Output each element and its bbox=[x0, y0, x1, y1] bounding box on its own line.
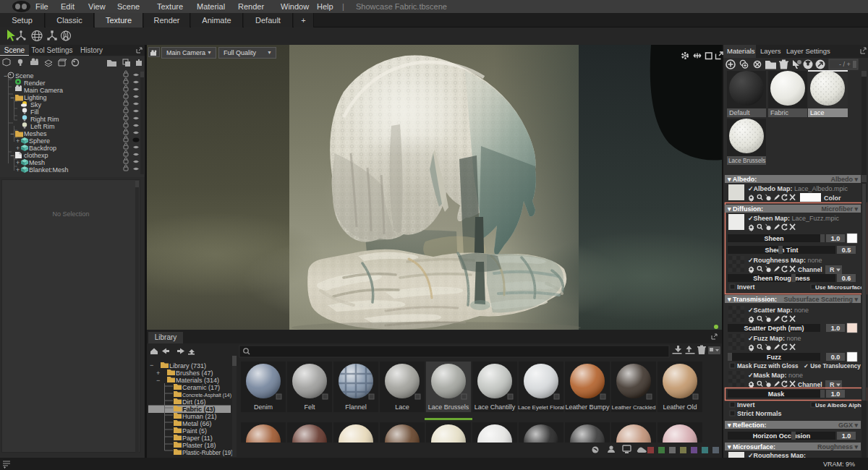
svg-text:Use Albedo Alpha: Use Albedo Alpha bbox=[815, 402, 864, 409]
svg-text:Render: Render bbox=[24, 80, 46, 87]
svg-text:Brushes (47): Brushes (47) bbox=[176, 369, 213, 377]
svg-text:Sheen Roughness: Sheen Roughness bbox=[753, 275, 810, 282]
svg-text:−: − bbox=[10, 152, 14, 159]
svg-text:Mask: Mask bbox=[768, 390, 786, 398]
svg-text:−: − bbox=[10, 94, 14, 101]
svg-text:Paint (5): Paint (5) bbox=[182, 427, 207, 435]
svg-text:- / +: - / + bbox=[839, 61, 851, 68]
svg-text:▾ Transmission:: ▾ Transmission: bbox=[727, 296, 777, 303]
svg-text:Sphere: Sphere bbox=[29, 137, 50, 145]
svg-text:Meshes: Meshes bbox=[24, 130, 47, 137]
svg-text:Subsurface Scattering ▾: Subsurface Scattering ▾ bbox=[783, 296, 858, 303]
svg-text:✓Scatter Map: none: ✓Scatter Map: none bbox=[748, 307, 809, 314]
svg-text:Leather Bumpy: Leather Bumpy bbox=[565, 403, 610, 411]
svg-text:Library (731): Library (731) bbox=[169, 362, 206, 369]
svg-text:Main Camera: Main Camera bbox=[24, 87, 63, 94]
svg-text:Lighting: Lighting bbox=[24, 94, 47, 101]
svg-text:Use Microsurface: Use Microsurface bbox=[815, 284, 864, 291]
svg-text:Microfiber ▾: Microfiber ▾ bbox=[821, 205, 858, 213]
svg-text:Channel: Channel bbox=[798, 266, 822, 273]
svg-text:Materials: Materials bbox=[727, 47, 755, 55]
svg-text:Scene: Scene bbox=[15, 72, 34, 80]
svg-text:✓ Use Translucency: ✓ Use Translucency bbox=[804, 363, 861, 369]
svg-text:Mask Fuzz with Gloss: Mask Fuzz with Gloss bbox=[737, 363, 799, 369]
svg-text:✓Albedo Map: Lace_Albedo.mpic: ✓Albedo Map: Lace_Albedo.mpic bbox=[748, 185, 848, 192]
svg-text:Felt: Felt bbox=[304, 403, 315, 411]
svg-text:1.0: 1.0 bbox=[831, 325, 841, 332]
svg-text:+: + bbox=[16, 137, 20, 145]
svg-text:▾ Albedo:: ▾ Albedo: bbox=[727, 176, 757, 183]
svg-text:Metal (66): Metal (66) bbox=[182, 420, 212, 427]
svg-text:R: R bbox=[830, 266, 835, 273]
svg-text:Backdrop: Backdrop bbox=[29, 145, 56, 152]
svg-text:Fill: Fill bbox=[30, 108, 39, 116]
svg-text:Mesh: Mesh bbox=[29, 159, 45, 166]
svg-text:R: R bbox=[830, 381, 835, 388]
svg-text:✓Roughness Map: none: ✓Roughness Map: none bbox=[748, 257, 822, 264]
svg-text:Left Rim: Left Rim bbox=[30, 123, 55, 130]
svg-text:+: + bbox=[16, 145, 20, 152]
svg-text:−: − bbox=[10, 130, 14, 137]
svg-text:Scatter Depth (mm): Scatter Depth (mm) bbox=[744, 325, 804, 332]
svg-text:0.6: 0.6 bbox=[842, 275, 851, 282]
svg-text:GGX ▾: GGX ▾ bbox=[838, 422, 859, 429]
svg-text:+: + bbox=[16, 166, 20, 174]
svg-text:▾ Reflection:: ▾ Reflection: bbox=[727, 422, 767, 429]
svg-text:Albedo ▾: Albedo ▾ bbox=[830, 176, 858, 183]
svg-text:✓Roughness Map:: ✓Roughness Map: bbox=[748, 452, 806, 458]
svg-text:Invert: Invert bbox=[737, 283, 755, 291]
svg-text:Dirt (16): Dirt (16) bbox=[182, 398, 206, 406]
svg-text:Fabric (43): Fabric (43) bbox=[182, 406, 216, 413]
svg-text:▾ Microsurface:: ▾ Microsurface: bbox=[727, 443, 775, 450]
svg-text:1.0: 1.0 bbox=[831, 235, 841, 242]
svg-text:−: − bbox=[4, 72, 7, 80]
svg-text:Plaster (18): Plaster (18) bbox=[182, 442, 216, 449]
svg-text:Ceramic (17): Ceramic (17) bbox=[182, 384, 220, 391]
svg-text:Materials (314): Materials (314) bbox=[176, 377, 219, 384]
svg-text:Lace Brussels: Lace Brussels bbox=[728, 158, 765, 164]
svg-text:Channel: Channel bbox=[798, 381, 822, 388]
svg-text:+: + bbox=[16, 159, 20, 166]
svg-text:Roughness ▾: Roughness ▾ bbox=[817, 443, 859, 450]
svg-text:Fuzz: Fuzz bbox=[767, 354, 781, 361]
svg-text:✓Sheen Map: Lace_Fuzz.mpic: ✓Sheen Map: Lace_Fuzz.mpic bbox=[748, 215, 840, 222]
svg-text:Flannel: Flannel bbox=[345, 403, 367, 411]
svg-text:−: − bbox=[150, 362, 153, 369]
svg-text:Right Rim: Right Rim bbox=[30, 116, 59, 123]
svg-text:Lace Chantilly: Lace Chantilly bbox=[475, 403, 516, 411]
svg-text:Sky: Sky bbox=[30, 101, 42, 108]
svg-text:▾ Diffusion:: ▾ Diffusion: bbox=[727, 205, 763, 213]
svg-text:Default: Default bbox=[729, 109, 750, 116]
svg-text:Blanket:Mesh: Blanket:Mesh bbox=[29, 166, 69, 174]
svg-text:−: − bbox=[156, 377, 160, 384]
svg-text:clothexp: clothexp bbox=[24, 152, 48, 159]
svg-text:Invert: Invert bbox=[737, 401, 755, 409]
svg-text:Layers: Layers bbox=[760, 47, 781, 55]
svg-text:Leather Old: Leather Old bbox=[663, 403, 697, 411]
svg-text:Plastic-Rubber (19): Plastic-Rubber (19) bbox=[182, 449, 233, 456]
svg-text:Lace Brussels: Lace Brussels bbox=[428, 403, 469, 411]
svg-text:Concrete-Asphalt (14): Concrete-Asphalt (14) bbox=[182, 392, 231, 398]
svg-text:Horizon Occlusion: Horizon Occlusion bbox=[753, 432, 811, 440]
svg-text:✓Mask Map: none: ✓Mask Map: none bbox=[748, 372, 803, 379]
svg-text:Sheen: Sheen bbox=[764, 235, 783, 242]
svg-text:+: + bbox=[156, 369, 160, 377]
svg-text:Lace: Lace bbox=[810, 109, 825, 116]
svg-text:✓Fuzz Map: none: ✓Fuzz Map: none bbox=[748, 335, 801, 342]
svg-text:Layer Settings: Layer Settings bbox=[786, 47, 830, 55]
svg-text:Color: Color bbox=[824, 195, 841, 202]
svg-text:0.5: 0.5 bbox=[842, 247, 851, 254]
svg-text:1.0: 1.0 bbox=[831, 390, 841, 398]
svg-text:Human (21): Human (21) bbox=[182, 413, 217, 420]
svg-text:Paper (11): Paper (11) bbox=[182, 435, 213, 442]
svg-text:Lace: Lace bbox=[395, 403, 409, 411]
svg-text:Denim: Denim bbox=[254, 403, 273, 411]
svg-text:Strict Normals: Strict Normals bbox=[737, 410, 782, 417]
svg-text:1.0: 1.0 bbox=[842, 432, 851, 440]
svg-text:Lace Eyelet Floral: Lace Eyelet Floral bbox=[518, 404, 564, 411]
svg-text:0.0: 0.0 bbox=[831, 354, 841, 361]
svg-text:Leather Crackled: Leather Crackled bbox=[612, 404, 656, 411]
svg-text:Fabric: Fabric bbox=[770, 109, 789, 116]
